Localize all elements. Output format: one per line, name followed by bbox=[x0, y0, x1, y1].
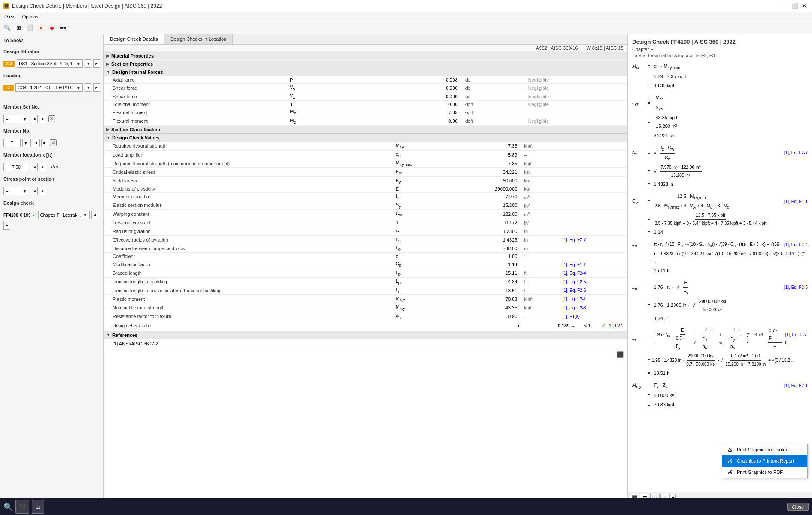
member-set-next[interactable]: ► bbox=[40, 115, 46, 123]
divider-1 bbox=[3, 99, 100, 99]
tab-design-check-details[interactable]: Design Check Details bbox=[104, 34, 164, 44]
la-def-line: La = π · rts / (10 · Fcr · √(10 · Sy · h… bbox=[632, 240, 808, 250]
section-material-label: Material Properties bbox=[111, 53, 154, 58]
lp-calc-line: = 1.76 · 1.2300 in · √ 29000.000 ksi 50.… bbox=[632, 298, 808, 314]
table-row: Critical elastic stress Fcr 34.221 ksi bbox=[104, 168, 627, 176]
context-menu-print-printer[interactable]: 🖨 Print Graphics to Printer bbox=[722, 444, 807, 455]
collapse-icon-classification: ▶ bbox=[106, 127, 109, 132]
la-result-line: = 15.11 ft bbox=[632, 267, 808, 275]
toolbar-btn-4[interactable]: ● bbox=[36, 23, 46, 33]
table-row: Limiting length for inelastic lateral-to… bbox=[104, 286, 627, 295]
taskbar-close-button[interactable]: Close bbox=[787, 503, 809, 511]
section-classification-label: Section Classification bbox=[111, 127, 160, 132]
member-no-prev[interactable]: ◄ bbox=[33, 139, 40, 147]
table-row: Shear force Vy 0.000 kip Negligible bbox=[104, 84, 627, 92]
taskbar-app-2[interactable]: 🗂 bbox=[32, 500, 44, 514]
rts-calc-line: = √ 7.970 in⁴ · 122.00 in⁶ 15.200 in³ bbox=[632, 164, 808, 179]
left-panel: To Show Design Situation 2.3 DS1 - Secti… bbox=[0, 34, 104, 504]
loading-dropdown[interactable]: CO4 - 1.20 * LC1 + 1.60 * LC2 + ... ▼ bbox=[15, 83, 83, 92]
title-bar-left: ⬛ Design Check Details | Members | Steel… bbox=[3, 3, 162, 9]
section-material-properties[interactable]: ▶ Material Properties bbox=[104, 52, 627, 60]
member-location-next[interactable]: ► bbox=[40, 163, 46, 171]
loading-next[interactable]: ► bbox=[93, 83, 100, 92]
menu-view[interactable]: View bbox=[2, 13, 19, 20]
table-row: Plastic moment Mp,y 70.83 kipft [1], Eq.… bbox=[104, 295, 627, 303]
member-location-prev[interactable]: ◄ bbox=[31, 163, 38, 171]
context-menu-print-report-label: Graphics to Printout Report bbox=[737, 458, 794, 464]
design-check-next[interactable]: ► bbox=[3, 221, 10, 230]
mcr-result-line: = 43.35 kipft bbox=[632, 82, 808, 90]
member-no-input[interactable] bbox=[3, 139, 21, 147]
table-row: Shear force Vz 0.000 kip Negligible bbox=[104, 92, 627, 101]
toolbar-btn-2[interactable]: ⊞ bbox=[14, 23, 23, 33]
toolbar: 🔍 ⊞ ⬜ ● ◈ ≡≡ bbox=[0, 21, 812, 34]
context-menu-print-report[interactable]: 🖨 Graphics to Printout Report bbox=[722, 455, 807, 467]
table-row: Warping constant Cw 122.00 in6 bbox=[104, 210, 627, 218]
toolbar-btn-3[interactable]: ⬜ bbox=[25, 23, 34, 33]
design-check-dropdown[interactable]: Chapter F | Lateral-... ▼ bbox=[38, 211, 90, 219]
meta-right-section: A992 | AISC 360-16 bbox=[536, 45, 578, 51]
ratio-unit: -- bbox=[571, 323, 584, 328]
section-internal-forces[interactable]: ▼ Design Internal Forces bbox=[104, 68, 627, 76]
rts-result-line: = 1.4323 in bbox=[632, 180, 808, 189]
member-location-x[interactable]: x/xs bbox=[48, 163, 60, 171]
toolbar-btn-6[interactable]: ≡≡ bbox=[58, 23, 68, 33]
context-menu-print-pdf[interactable]: 🖨 Print Graphics to PDF bbox=[722, 467, 807, 478]
design-check-ratio: 0.189 bbox=[20, 213, 30, 218]
section-refs-label: References bbox=[112, 333, 137, 338]
stress-point-next[interactable]: ► bbox=[40, 187, 46, 195]
table-row: Effective radius of gyration rts 1.4323 … bbox=[104, 236, 627, 244]
design-situation-next[interactable]: ► bbox=[93, 59, 100, 68]
member-no-delete[interactable]: ✕ bbox=[50, 139, 57, 146]
design-check-prev[interactable]: ◄ bbox=[91, 211, 98, 219]
stress-point-prev[interactable]: ◄ bbox=[31, 187, 38, 195]
section-design-check-values[interactable]: ▼ Design Check Values bbox=[104, 134, 627, 142]
stress-point-row: -- ▼ ◄ ► bbox=[3, 187, 100, 195]
member-no-dropdown[interactable]: ▼ bbox=[22, 139, 31, 147]
formula-description: Lateral-torsional buckling acc. to F2, F… bbox=[632, 53, 808, 58]
design-situation-label: Design Situation bbox=[3, 49, 100, 54]
design-check-pass: ✓ bbox=[33, 212, 36, 218]
taskbar-app-1[interactable]: ⬛ bbox=[15, 500, 29, 514]
stress-point-dropdown[interactable]: -- ▼ bbox=[3, 187, 29, 195]
member-no-next[interactable]: ► bbox=[41, 139, 48, 147]
member-set-prev[interactable]: ◄ bbox=[31, 115, 38, 123]
section-references[interactable]: ▼ References bbox=[104, 331, 627, 339]
tab-design-checks-in-location[interactable]: Design Checks in Location bbox=[164, 34, 233, 44]
toolbar-btn-5[interactable]: ◈ bbox=[47, 23, 57, 33]
menu-options[interactable]: Options bbox=[19, 13, 42, 20]
loading-badge: 2 bbox=[3, 85, 14, 91]
fcr-calc-line: = 43.35 kipft 15.200 in³ bbox=[632, 114, 808, 131]
center-panel-btn-1[interactable]: ⬛ bbox=[616, 350, 625, 360]
close-button[interactable]: ✕ bbox=[800, 2, 809, 10]
window-controls: ─ ⬜ ✕ bbox=[781, 2, 809, 10]
cb-def-line: Cb = 12.5 · Mr,y,max 2.5 · Mr,y,max + 3 … bbox=[632, 192, 808, 211]
rts-def-line: rts = √ Iz · Cw Sy [1], Eq. F2-7 bbox=[632, 144, 808, 163]
restore-button[interactable]: ⬜ bbox=[791, 2, 799, 10]
center-panel-bottom: ⬛ bbox=[104, 348, 627, 361]
member-location-input[interactable] bbox=[3, 163, 29, 171]
loading-prev[interactable]: ◄ bbox=[85, 83, 91, 92]
mcr-def-line: Mcr = αcr · Mr,y,max bbox=[632, 62, 808, 72]
toolbar-btn-1[interactable]: 🔍 bbox=[3, 23, 12, 33]
member-set-dropdown[interactable]: -- ▼ bbox=[3, 115, 29, 123]
formula-title: Design Check FF4100 | AISC 360 | 2022 bbox=[632, 39, 808, 45]
table-row: Modification factor Cb 1.14 -- [1], Eq. … bbox=[104, 260, 627, 269]
context-menu-print-pdf-label: Print Graphics to PDF bbox=[737, 470, 783, 475]
minimize-button[interactable]: ─ bbox=[781, 2, 790, 10]
context-menu: 🖨 Print Graphics to Printer 🖨 Graphics t… bbox=[722, 444, 808, 478]
mpy-ref: [1], Eq. F2-1 bbox=[784, 382, 808, 390]
section-forces-label: Design Internal Forces bbox=[112, 70, 163, 75]
design-situation-prev[interactable]: ◄ bbox=[85, 59, 91, 68]
cb-result-line: = 1.14 bbox=[632, 228, 808, 237]
taskbar-search-btn[interactable]: 🔍 bbox=[3, 502, 13, 512]
member-location-row: ◄ ► x/xs bbox=[3, 163, 100, 171]
section-section-classification[interactable]: ▶ Section Classification bbox=[104, 126, 627, 134]
taskbar-app-2-icon: 🗂 bbox=[36, 504, 40, 509]
member-set-delete[interactable]: ✕ bbox=[48, 115, 55, 122]
window-title: Design Check Details | Members | Steel D… bbox=[12, 3, 162, 9]
member-location-label: Member location x [ft] bbox=[3, 152, 100, 158]
print-printer-icon: 🖨 bbox=[727, 446, 733, 453]
design-situation-dropdown[interactable]: DS1 - Section 2.3 (LRFD), 1. to 5. ▼ bbox=[17, 59, 83, 68]
section-section-properties[interactable]: ▶ Section Properties bbox=[104, 60, 627, 68]
